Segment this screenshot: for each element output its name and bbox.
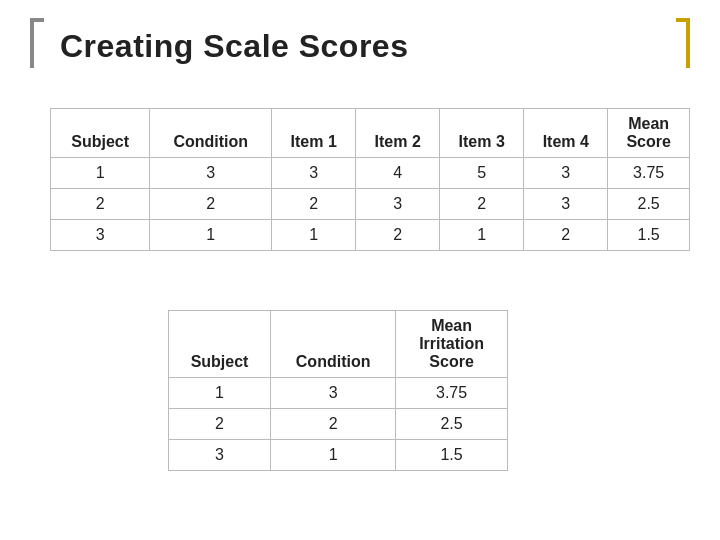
main-table-cell-1-5: 3 (524, 189, 608, 220)
main-table-header-4: Item 3 (440, 109, 524, 158)
secondary-table-header-0: Subject (169, 311, 271, 378)
main-table-cell-0-0: 1 (51, 158, 150, 189)
secondary-table-cell-0-2: 3.75 (396, 378, 508, 409)
table-row: 1334533.75 (51, 158, 690, 189)
main-table-cell-1-4: 2 (440, 189, 524, 220)
bracket-top-right (676, 18, 690, 68)
main-table-cell-0-6: 3.75 (608, 158, 690, 189)
main-table-cell-2-3: 2 (356, 220, 440, 251)
secondary-table-cell-0-1: 3 (271, 378, 396, 409)
main-table-cell-2-6: 1.5 (608, 220, 690, 251)
main-table-cell-0-3: 4 (356, 158, 440, 189)
main-table: SubjectConditionItem 1Item 2Item 3Item 4… (50, 108, 690, 251)
secondary-table-cell-1-1: 2 (271, 409, 396, 440)
main-table-cell-0-2: 3 (272, 158, 356, 189)
secondary-table-cell-1-0: 2 (169, 409, 271, 440)
main-table-cell-2-5: 2 (524, 220, 608, 251)
table-row: 2223232.5 (51, 189, 690, 220)
main-table-cell-1-3: 3 (356, 189, 440, 220)
secondary-table-cell-0-0: 1 (169, 378, 271, 409)
main-table-header-2: Item 1 (272, 109, 356, 158)
secondary-table-header-1: Condition (271, 311, 396, 378)
main-table-cell-0-5: 3 (524, 158, 608, 189)
main-table-header-0: Subject (51, 109, 150, 158)
main-table-cell-1-1: 2 (150, 189, 272, 220)
secondary-table: SubjectConditionMeanIrritationScore 133.… (168, 310, 508, 471)
main-table-body: 1334533.752223232.53112121.5 (51, 158, 690, 251)
main-table-header-5: Item 4 (524, 109, 608, 158)
page-title: Creating Scale Scores (60, 28, 408, 65)
main-table-header-3: Item 2 (356, 109, 440, 158)
main-table-header-row: SubjectConditionItem 1Item 2Item 3Item 4… (51, 109, 690, 158)
main-table-cell-1-2: 2 (272, 189, 356, 220)
bracket-top-left (30, 18, 44, 68)
main-table-header-6: MeanScore (608, 109, 690, 158)
main-table-cell-2-4: 1 (440, 220, 524, 251)
secondary-table-cell-2-1: 1 (271, 440, 396, 471)
main-table-cell-1-6: 2.5 (608, 189, 690, 220)
main-table-cell-2-2: 1 (272, 220, 356, 251)
secondary-table-body: 133.75222.5311.5 (169, 378, 508, 471)
secondary-table-cell-2-2: 1.5 (396, 440, 508, 471)
main-table-cell-0-4: 5 (440, 158, 524, 189)
table-row: 222.5 (169, 409, 508, 440)
secondary-table-header-2: MeanIrritationScore (396, 311, 508, 378)
table-row: 311.5 (169, 440, 508, 471)
main-table-cell-2-1: 1 (150, 220, 272, 251)
table-row: 3112121.5 (51, 220, 690, 251)
main-table-header-1: Condition (150, 109, 272, 158)
secondary-table-cell-1-2: 2.5 (396, 409, 508, 440)
main-table-cell-2-0: 3 (51, 220, 150, 251)
table-row: 133.75 (169, 378, 508, 409)
secondary-table-container: SubjectConditionMeanIrritationScore 133.… (168, 310, 508, 471)
secondary-table-cell-2-0: 3 (169, 440, 271, 471)
main-table-cell-0-1: 3 (150, 158, 272, 189)
main-table-cell-1-0: 2 (51, 189, 150, 220)
main-table-container: SubjectConditionItem 1Item 2Item 3Item 4… (50, 108, 690, 251)
secondary-table-header-row: SubjectConditionMeanIrritationScore (169, 311, 508, 378)
